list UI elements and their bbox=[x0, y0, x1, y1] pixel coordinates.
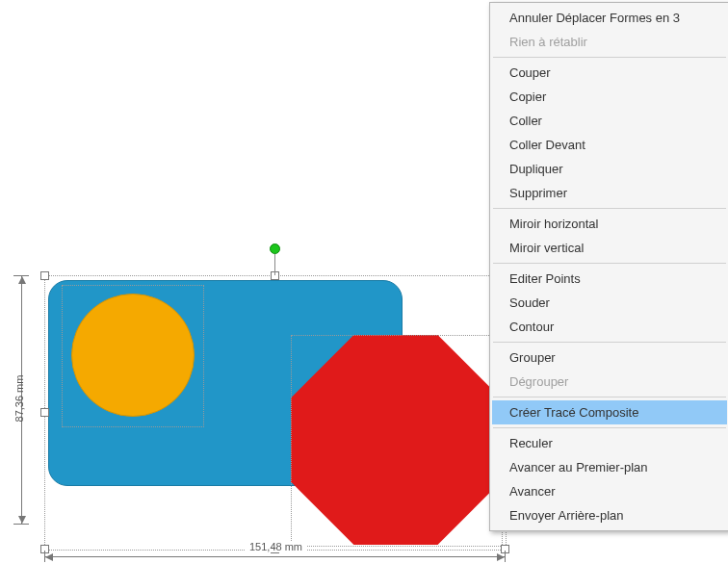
menu-item-editpts[interactable]: Editer Points bbox=[492, 267, 727, 291]
rotate-handle[interactable] bbox=[270, 244, 280, 254]
menu-item-paste[interactable]: Coller bbox=[492, 109, 727, 133]
menu-item-ungroup: Dégrouper bbox=[492, 370, 727, 394]
handle-w[interactable] bbox=[40, 408, 49, 417]
rotate-stem bbox=[274, 254, 275, 275]
menu-item-cut[interactable]: Couper bbox=[492, 61, 727, 85]
dim-v-arrow-bot bbox=[18, 516, 26, 524]
dim-h-arrow-right bbox=[497, 553, 505, 561]
menu-item-dup[interactable]: Dupliquer bbox=[492, 157, 727, 181]
context-menu: Annuler Déplacer Formes en 3Rien à rétab… bbox=[489, 2, 728, 531]
menu-item-copy[interactable]: Copier bbox=[492, 85, 727, 109]
dim-v-cap-bot bbox=[13, 524, 29, 525]
octagon-shape[interactable] bbox=[291, 335, 501, 545]
menu-item-front[interactable]: Avancer au Premier-plan bbox=[492, 455, 727, 479]
dim-h-line bbox=[44, 556, 505, 557]
menu-item-back1[interactable]: Reculer bbox=[492, 431, 727, 455]
menu-item-pastefront[interactable]: Coller Devant bbox=[492, 133, 727, 157]
circle-shape[interactable] bbox=[71, 294, 195, 417]
menu-item-undo[interactable]: Annuler Déplacer Formes en 3 bbox=[492, 6, 727, 30]
dim-h-label: 151,48 mm bbox=[246, 541, 306, 552]
menu-item-mirrorh[interactable]: Miroir horizontal bbox=[492, 212, 727, 236]
menu-item-weld[interactable]: Souder bbox=[492, 291, 727, 315]
dim-v-label: 87,36 mm bbox=[13, 370, 25, 427]
menu-item-del[interactable]: Supprimer bbox=[492, 181, 727, 205]
menu-separator bbox=[493, 208, 726, 209]
dim-h-cap-right bbox=[505, 551, 506, 562]
menu-item-group[interactable]: Grouper bbox=[492, 346, 727, 370]
menu-item-fwd1[interactable]: Avancer bbox=[492, 479, 727, 503]
handle-n[interactable] bbox=[271, 271, 279, 280]
menu-item-contour[interactable]: Contour bbox=[492, 315, 727, 339]
menu-item-compound[interactable]: Créer Tracé Composite bbox=[492, 400, 727, 424]
dim-v-arrow-top bbox=[18, 276, 26, 284]
menu-separator bbox=[493, 427, 726, 428]
menu-separator bbox=[493, 342, 726, 343]
menu-separator bbox=[493, 397, 726, 397]
handle-nw[interactable] bbox=[40, 271, 49, 280]
menu-item-redo: Rien à rétablir bbox=[492, 30, 727, 54]
menu-separator bbox=[493, 57, 726, 58]
menu-item-back[interactable]: Envoyer Arrière-plan bbox=[492, 503, 727, 527]
dim-h-arrow-left bbox=[45, 553, 53, 561]
menu-separator bbox=[493, 263, 726, 264]
menu-item-mirrorv[interactable]: Miroir vertical bbox=[492, 236, 727, 260]
